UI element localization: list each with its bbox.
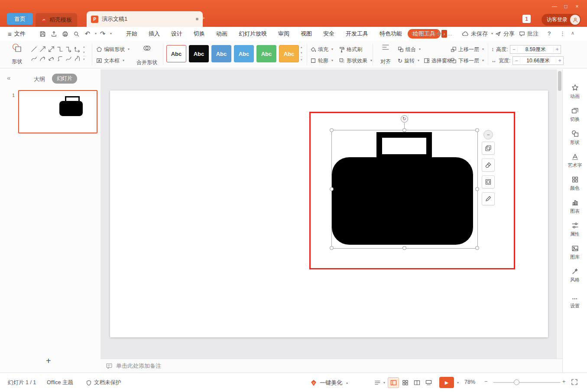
- shapes-button[interactable]: 形状: [7, 43, 27, 65]
- theme-name[interactable]: Office 主题: [47, 379, 73, 386]
- maximize-button[interactable]: □: [560, 3, 571, 10]
- undo-button[interactable]: ↶: [82, 29, 93, 39]
- menu-tab-animation[interactable]: 动画: [211, 27, 233, 41]
- format-brush-button[interactable]: [482, 192, 495, 205]
- fullscreen-button[interactable]: [571, 379, 578, 387]
- menu-tab-security[interactable]: 安全: [318, 27, 340, 41]
- line-tool[interactable]: [29, 45, 38, 53]
- save-button[interactable]: [37, 29, 48, 39]
- print-preview-button[interactable]: [71, 29, 81, 39]
- merge-shapes-button[interactable]: 合并形状: [133, 44, 161, 66]
- notes-toggle-button[interactable]: ▾: [374, 373, 385, 392]
- zoom-in-button[interactable]: +: [562, 379, 565, 385]
- view-normal-button[interactable]: [388, 377, 399, 388]
- shape-style-chip-selected[interactable]: Abc: [279, 45, 299, 62]
- view-notes-button[interactable]: [423, 377, 434, 388]
- textbox-button[interactable]: 文本框 ▾: [96, 55, 124, 66]
- redo-dropdown-caret[interactable]: ▾: [110, 32, 112, 36]
- undo-dropdown-caret[interactable]: ▾: [95, 32, 97, 36]
- menu-tab-design[interactable]: 设计: [165, 27, 188, 41]
- s-curve-tool[interactable]: [55, 54, 64, 63]
- menu-tab-devtools[interactable]: 开发工具: [340, 27, 374, 41]
- collapse-float-toolbar-button[interactable]: −: [483, 130, 493, 139]
- shape-effects-button[interactable]: 形状效果 ▾: [339, 55, 372, 66]
- sidebar-item-settings[interactable]: ••• 设置: [570, 297, 580, 309]
- height-decrease-button[interactable]: −: [510, 46, 518, 52]
- shape-style-chip[interactable]: Abc: [189, 45, 209, 62]
- view-reading-button[interactable]: [411, 377, 422, 388]
- outline-button[interactable]: 轮廓 ▾: [310, 55, 333, 66]
- shape-style-chip[interactable]: Abc: [234, 45, 254, 62]
- notes-bar[interactable]: 单击此处添加备注: [101, 359, 562, 373]
- align-button[interactable]: 对齐: [376, 43, 395, 65]
- menu-tab-slideshow[interactable]: 幻灯片放映: [233, 27, 272, 41]
- format-painter-button[interactable]: 格式刷: [339, 44, 362, 55]
- command-search[interactable]: 查找命令、...: [411, 27, 452, 41]
- menu-tab-transition[interactable]: 切换: [188, 27, 211, 41]
- style-more-button[interactable]: ▾: [301, 56, 302, 62]
- outline-tab[interactable]: 大纲: [34, 75, 45, 83]
- collapse-ribbon-button[interactable]: ∧: [571, 30, 574, 36]
- sidebar-item-properties[interactable]: 属性: [570, 222, 580, 237]
- menu-tab-view[interactable]: 视图: [295, 27, 318, 41]
- scrollbar-thumb[interactable]: [558, 71, 561, 91]
- curve-connector-tool[interactable]: [29, 54, 38, 63]
- print-button[interactable]: [60, 29, 70, 39]
- zoom-slider-thumb[interactable]: [514, 379, 519, 385]
- arrow-tool[interactable]: [38, 45, 47, 53]
- outline-frame-button[interactable]: [482, 175, 495, 188]
- height-input[interactable]: [518, 46, 553, 53]
- elbow-double-arrow-tool[interactable]: [73, 45, 81, 53]
- gallery-more-button[interactable]: ▾: [83, 56, 85, 62]
- new-tab-button[interactable]: +: [200, 13, 205, 23]
- copy-style-button[interactable]: [482, 142, 495, 155]
- menu-tab-review[interactable]: 审阅: [272, 27, 295, 41]
- tab-document-active[interactable]: P 演示文稿1: [87, 11, 203, 27]
- elbow-arrow-tool[interactable]: [64, 45, 73, 53]
- file-menu[interactable]: ≡ 文件: [8, 27, 26, 41]
- style-scroll-up[interactable]: ▴: [301, 45, 302, 49]
- redo-button[interactable]: ↷: [97, 29, 108, 39]
- export-button[interactable]: [49, 29, 59, 39]
- style-scroll-down[interactable]: ▾: [301, 51, 302, 55]
- tab-docer-templates[interactable]: 稻壳模板: [36, 13, 77, 27]
- sidebar-item-style[interactable]: 风格: [570, 268, 580, 283]
- login-button[interactable]: 访客登录: [542, 14, 581, 26]
- sidebar-item-chart[interactable]: 图表: [570, 199, 580, 214]
- sidebar-item-color[interactable]: 颜色: [570, 176, 580, 191]
- sidebar-item-animation[interactable]: 动画: [570, 84, 580, 100]
- document-count-badge[interactable]: 1: [522, 15, 531, 23]
- gallery-scroll-up[interactable]: ▴: [83, 45, 85, 49]
- send-backward-button[interactable]: 下移一层 ▾: [451, 55, 484, 66]
- sidebar-item-wordart[interactable]: 艺术字: [568, 153, 582, 168]
- gallery-scroll-down[interactable]: ▾: [83, 50, 85, 55]
- bring-forward-button[interactable]: 上移一层 ▾: [451, 44, 484, 55]
- save-status[interactable]: 未保存 ▾: [462, 27, 493, 41]
- share-button[interactable]: 分享: [495, 27, 515, 41]
- zoom-level[interactable]: 78%: [464, 379, 475, 385]
- shape-style-chip[interactable]: Abc: [166, 45, 186, 62]
- collapse-panel-button[interactable]: «: [7, 74, 10, 81]
- zoom-out-button[interactable]: −: [484, 379, 487, 385]
- edit-shape-button[interactable]: 编辑形状 ▾: [96, 44, 130, 55]
- eraser-button[interactable]: [482, 159, 495, 172]
- rotate-button[interactable]: ↻ 旋转 ▾: [398, 55, 419, 66]
- freeform-tool[interactable]: [64, 54, 73, 63]
- height-increase-button[interactable]: +: [553, 46, 561, 52]
- view-sorter-button[interactable]: [399, 377, 411, 388]
- double-arrow-tool[interactable]: [47, 45, 55, 53]
- add-slide-button[interactable]: +: [46, 356, 51, 366]
- scribble-tool[interactable]: [73, 54, 81, 63]
- sidebar-item-transition[interactable]: 切换: [570, 107, 580, 123]
- width-decrease-button[interactable]: −: [513, 58, 520, 64]
- help-button[interactable]: ?: [548, 30, 551, 37]
- play-options-caret[interactable]: ▾: [457, 381, 459, 385]
- close-button[interactable]: ×: [571, 3, 583, 10]
- width-input[interactable]: [520, 57, 556, 64]
- beautify-button[interactable]: 一键美化 ▴: [310, 373, 348, 392]
- sidebar-item-gallery[interactable]: 图库: [570, 245, 580, 260]
- group-button[interactable]: 组合 ▾: [398, 44, 421, 55]
- sidebar-item-shape[interactable]: 形状: [570, 130, 580, 146]
- curve-double-arrow-tool[interactable]: [47, 54, 55, 63]
- slide-thumbnail-selected[interactable]: [18, 90, 97, 133]
